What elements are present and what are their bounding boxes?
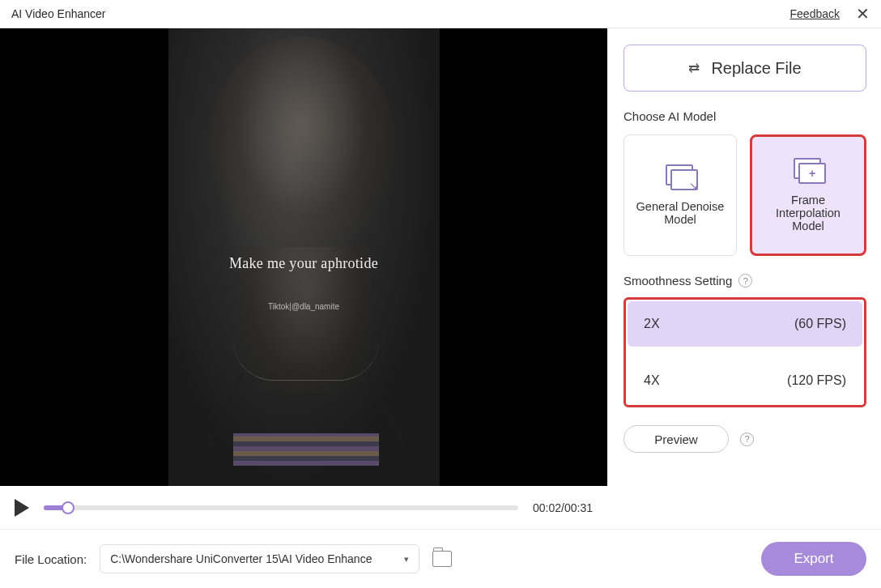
titlebar: AI Video Enhancer Feedback ✕ — [0, 0, 881, 28]
help-icon[interactable]: ? — [738, 274, 752, 288]
swap-icon: ⇄ — [688, 60, 700, 77]
smoothness-4x[interactable]: 4X (120 FPS) — [628, 358, 862, 403]
replace-file-button[interactable]: ⇄ Replace File — [624, 45, 866, 92]
file-location-path: C:\Wondershare UniConverter 15\AI Video … — [110, 552, 372, 565]
footer: File Location: C:\Wondershare UniConvert… — [0, 529, 881, 588]
replace-file-label: Replace File — [711, 59, 801, 78]
video-frame: Make me your aphrotide Tiktok|@dla_namit… — [168, 28, 440, 486]
file-location-select[interactable]: C:\Wondershare UniConverter 15\AI Video … — [100, 544, 419, 573]
main-area: Make me your aphrotide Tiktok|@dla_namit… — [0, 28, 881, 529]
smooth-2x-fps: (60 FPS) — [794, 317, 846, 331]
smoothness-section: Smoothness Setting ? 2X (60 FPS) 4X (120… — [624, 274, 866, 407]
video-preview[interactable]: Make me your aphrotide Tiktok|@dla_namit… — [0, 28, 607, 486]
smoothness-2x[interactable]: 2X (60 FPS) — [628, 301, 862, 347]
smoothness-label: Smoothness Setting — [624, 274, 732, 288]
video-content-shade — [209, 36, 395, 255]
smoothness-label-row: Smoothness Setting ? — [624, 274, 866, 288]
denoise-icon: ↘ — [666, 164, 695, 189]
model-denoise-label: General Denoise Model — [631, 200, 730, 226]
video-straps — [209, 369, 403, 466]
interpolate-icon: + — [794, 158, 823, 182]
time-label: 00:02/00:31 — [533, 501, 593, 514]
video-overlay-subtext: Tiktok|@dla_namite — [168, 302, 440, 311]
preview-row: Preview ? — [624, 425, 866, 453]
feedback-link[interactable]: Feedback — [790, 7, 840, 20]
model-general-denoise[interactable]: ↘ General Denoise Model — [624, 134, 737, 256]
sidebar: ⇄ Replace File Choose AI Model ↘ General… — [607, 28, 881, 529]
play-icon[interactable] — [15, 499, 29, 517]
close-icon[interactable]: ✕ — [856, 6, 870, 22]
export-button[interactable]: Export — [761, 542, 866, 576]
video-controls: 00:02/00:31 — [0, 486, 607, 529]
video-overlay-text: Make me your aphrotide — [168, 255, 440, 272]
choose-model-section: Choose AI Model ↘ General Denoise Model … — [624, 109, 866, 256]
smooth-4x-fps: (120 FPS) — [787, 373, 846, 388]
progress-bar[interactable] — [44, 505, 518, 510]
video-area: Make me your aphrotide Tiktok|@dla_namit… — [0, 28, 607, 529]
titlebar-right: Feedback ✕ — [790, 6, 870, 22]
folder-icon[interactable] — [432, 551, 452, 567]
file-location-label: File Location: — [15, 552, 87, 566]
preview-button[interactable]: Preview — [624, 425, 729, 453]
help-icon[interactable]: ? — [740, 432, 754, 446]
model-frame-interpolation[interactable]: + Frame Interpolation Model — [750, 134, 866, 256]
progress-thumb[interactable] — [62, 501, 74, 514]
choose-model-label: Choose AI Model — [624, 109, 866, 123]
smooth-4x-label: 4X — [644, 373, 660, 388]
chevron-down-icon: ▾ — [404, 554, 409, 565]
app-title: AI Video Enhancer — [11, 7, 106, 20]
smooth-2x-label: 2X — [644, 317, 660, 331]
model-interp-label: Frame Interpolation Model — [759, 194, 858, 232]
model-row: ↘ General Denoise Model + Frame Interpol… — [624, 134, 866, 256]
smoothness-options: 2X (60 FPS) 4X (120 FPS) — [624, 297, 866, 407]
